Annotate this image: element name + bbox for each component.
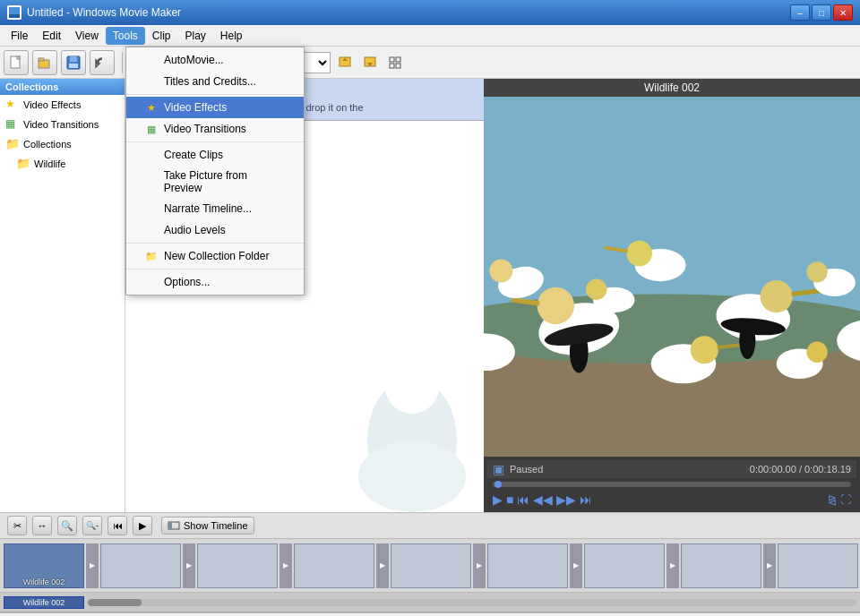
svg-point-42 — [586, 279, 606, 300]
svg-point-24 — [538, 287, 574, 324]
prev-frame-button[interactable]: ◀◀ — [533, 492, 553, 507]
video-transitions-icon: ▦ — [144, 122, 159, 136]
menu-options[interactable]: Options... — [126, 271, 304, 293]
collections-nav-up[interactable] — [334, 52, 356, 73]
seek-bar[interactable] — [493, 482, 851, 487]
timeline-cell-5[interactable] — [487, 543, 568, 588]
folder-icon: 📁 — [5, 137, 20, 151]
take-picture-icon — [144, 175, 159, 189]
svg-rect-5 — [39, 58, 44, 61]
save-button[interactable] — [61, 50, 86, 75]
sidebar-item-video-transitions[interactable]: ▦ Video Transitions — [0, 115, 125, 134]
menu-file[interactable]: File — [4, 27, 35, 45]
sidebar-label-wildlife: Wildlife — [34, 158, 65, 169]
close-button[interactable]: ✕ — [833, 4, 853, 21]
options-icon — [144, 275, 159, 289]
menu-take-picture[interactable]: Take Picture from Preview — [126, 166, 304, 198]
sidebar-item-collections[interactable]: 📁 Collections — [0, 134, 125, 154]
menu-edit[interactable]: Edit — [35, 27, 68, 45]
timeline-cell-2[interactable] — [197, 543, 278, 588]
preview-status-text: Paused — [510, 464, 543, 475]
timeline-arrow-7: ▶ — [763, 543, 776, 588]
show-timeline-button[interactable]: Show Timeline — [161, 517, 254, 535]
sidebar-label-video-effects: Video Effects — [23, 99, 81, 110]
timeline-tool-rewind[interactable]: ⏮ — [108, 516, 127, 535]
menu-video-effects[interactable]: ★ Video Effects — [126, 97, 304, 118]
menu-audio-levels[interactable]: Audio Levels — [126, 219, 304, 241]
svg-rect-7 — [70, 56, 77, 62]
svg-point-17 — [367, 378, 457, 503]
menu-view[interactable]: View — [68, 27, 106, 45]
timeline-cell-8[interactable] — [778, 543, 858, 588]
timeline-tool-play[interactable]: ▶ — [133, 516, 152, 535]
menu-titles-credits[interactable]: Titles and Credits... — [126, 71, 304, 92]
timeline-scrollbar[interactable] — [88, 599, 856, 606]
timeline-tool-zoom-out[interactable]: 🔍- — [82, 516, 102, 535]
collections-nav-down[interactable] — [359, 52, 381, 73]
titles-icon — [144, 74, 159, 89]
undo-button[interactable] — [90, 50, 115, 75]
transitions-icon: ▦ — [5, 117, 20, 132]
window-controls: – □ ✕ — [790, 4, 853, 21]
menu-narrate-timeline[interactable]: Narrate Timeline... — [126, 198, 304, 219]
stop-button[interactable]: ■ — [506, 492, 513, 507]
end-button[interactable]: ⏭ — [580, 492, 592, 507]
new-button[interactable] — [4, 50, 29, 75]
menu-clip[interactable]: Clip — [145, 27, 178, 45]
timeline-arrow-3: ▶ — [376, 543, 389, 588]
svg-rect-16 — [396, 64, 400, 68]
open-button[interactable] — [32, 50, 57, 75]
svg-rect-53 — [168, 522, 172, 529]
menu-create-clips[interactable]: Create Clips — [126, 144, 304, 166]
tools-menu: AutoMovie... Titles and Credits... ★ Vid… — [125, 47, 305, 295]
timeline-tool-cut[interactable]: ✂ — [7, 516, 27, 535]
menu-new-collection-folder[interactable]: 📁 New Collection Folder — [126, 245, 304, 267]
menu-help[interactable]: Help — [213, 27, 250, 45]
svg-rect-1 — [9, 14, 20, 18]
menu-section-5: Options... — [126, 270, 304, 295]
timeline-cell-0[interactable]: Wildlife 002 — [4, 543, 84, 588]
sidebar-item-video-effects[interactable]: ★ Video Effects — [0, 95, 125, 115]
star-icon: ★ — [5, 98, 20, 112]
preview-controls: ▣ Paused 0:00:00.00 / 0:00:18.19 ▶ ■ ⏮ ◀… — [484, 457, 860, 512]
sidebar-label-collections: Collections — [23, 139, 72, 150]
wildlife-folder-icon: 📁 — [16, 157, 30, 171]
timeline-cell-6[interactable] — [584, 543, 665, 588]
timeline-cell-4[interactable] — [391, 543, 471, 588]
timeline-cell-1[interactable] — [100, 543, 181, 588]
svg-rect-0 — [9, 7, 20, 14]
fullscreen-button[interactable]: ⛶ — [840, 493, 851, 506]
timeline-arrow-0: ▶ — [86, 543, 99, 588]
svg-point-51 — [806, 261, 827, 282]
collections-grid-view[interactable] — [384, 52, 406, 73]
menu-tools[interactable]: Tools — [106, 27, 145, 45]
menu-automovie[interactable]: AutoMovie... — [126, 49, 304, 71]
timeline-area: Wildlife 002 ▶ ▶ ▶ ▶ ▶ ▶ ▶ ▶ ▶ — [0, 539, 860, 593]
timeline-arrow-4: ▶ — [473, 543, 486, 588]
timeline-cell-7[interactable] — [681, 543, 761, 588]
timeline-cell-label-0: Wildlife 002 — [23, 578, 65, 586]
svg-rect-8 — [69, 64, 78, 68]
svg-point-44 — [806, 342, 827, 363]
menu-video-transitions[interactable]: ▦ Video Transitions — [126, 118, 304, 140]
minimize-button[interactable]: – — [790, 4, 810, 21]
split-button[interactable]: ⧎ — [828, 493, 837, 506]
timeline-cell-3[interactable] — [294, 543, 374, 588]
svg-line-49 — [718, 346, 740, 348]
timeline-track: Wildlife 002 ▶ ▶ ▶ ▶ ▶ ▶ ▶ ▶ ▶ — [0, 539, 860, 592]
right-controls: ⧎ ⛶ — [828, 493, 851, 506]
next-frame-button[interactable]: ▶▶ — [556, 492, 576, 507]
menu-play[interactable]: Play — [178, 27, 213, 45]
timeline-tool-move[interactable]: ↔ — [32, 516, 52, 535]
new-folder-icon: 📁 — [144, 249, 159, 263]
selected-clip-label: Wildlife 002 — [4, 596, 84, 609]
menu-section-2: ★ Video Effects ▦ Video Transitions — [126, 95, 304, 142]
play-button[interactable]: ▶ — [493, 492, 503, 507]
sidebar-item-wildlife[interactable]: 📁 Wildlife — [0, 154, 125, 174]
maximize-button[interactable]: □ — [812, 4, 831, 21]
show-timeline-label: Show Timeline — [184, 520, 248, 531]
menu-section-4: 📁 New Collection Folder — [126, 244, 304, 270]
rewind-button[interactable]: ⏮ — [517, 492, 529, 507]
timeline-tool-zoom-in[interactable]: 🔍 — [57, 516, 77, 535]
collections-header: Collections — [0, 79, 125, 95]
